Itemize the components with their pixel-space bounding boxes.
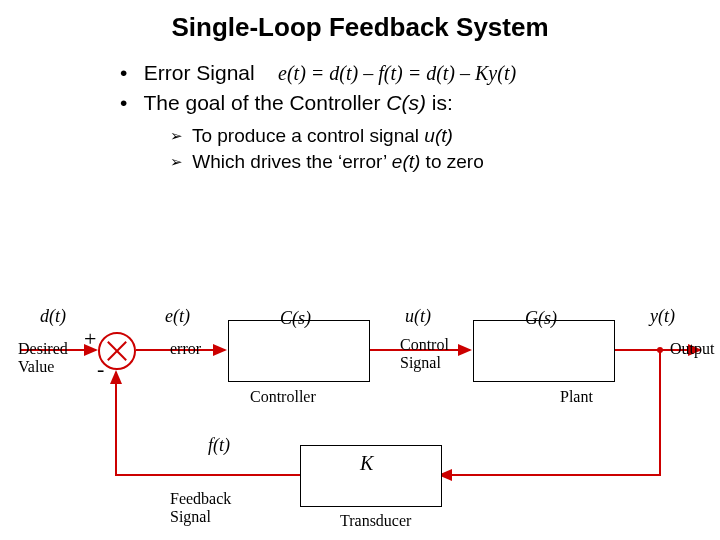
- bullet-list: • Error Signal e(t) = d(t) – f(t) = d(t)…: [120, 61, 720, 115]
- sub-bullet-2: ➢ Which drives the ‘error’ e(t) to zero: [170, 151, 720, 173]
- sub-bullet-list: ➢ To produce a control signal u(t) ➢ Whi…: [170, 125, 720, 173]
- bullet-2-prefix: The goal of the Controller: [143, 91, 386, 114]
- yt-symbol: y(t): [650, 306, 675, 327]
- sub-bullet-1: ➢ To produce a control signal u(t): [170, 125, 720, 147]
- minus-sign: -: [97, 356, 104, 382]
- output-label: Output: [670, 340, 714, 358]
- sub-2-text: Which drives the ‘error’: [192, 151, 392, 172]
- controller-block: [228, 320, 370, 382]
- page-title: Single-Loop Feedback System: [0, 0, 720, 43]
- ft-symbol: f(t): [208, 435, 230, 456]
- controller-symbol: C(s): [280, 308, 311, 329]
- sub-2-em: e(t): [392, 151, 421, 172]
- sub-2-suffix: to zero: [420, 151, 483, 172]
- sub-1-text: To produce a control signal: [192, 125, 424, 146]
- bullet-goal: • The goal of the Controller C(s) is:: [120, 91, 720, 115]
- transducer-label: Transducer: [340, 512, 411, 530]
- block-diagram: + - C(s) Controller G(s) Plant K Transdu…: [0, 280, 720, 540]
- error-equation: e(t) = d(t) – f(t) = d(t) – Ky(t): [278, 62, 516, 84]
- transducer-symbol: K: [360, 452, 373, 475]
- plus-sign: +: [84, 326, 96, 352]
- bullet-2-em: C(s): [386, 91, 426, 114]
- plant-symbol: G(s): [525, 308, 557, 329]
- chevron-icon: ➢: [170, 153, 183, 171]
- et-symbol: e(t): [165, 306, 190, 327]
- ut-symbol: u(t): [405, 306, 431, 327]
- dt-symbol: d(t): [40, 306, 66, 327]
- plant-label: Plant: [560, 388, 593, 406]
- bullet-error-signal: • Error Signal e(t) = d(t) – f(t) = d(t)…: [120, 61, 720, 85]
- bullet-1-text: Error Signal: [144, 61, 255, 84]
- desired-value-label: Desired Value: [18, 340, 68, 375]
- control-signal-label: Control Signal: [400, 336, 449, 371]
- chevron-icon: ➢: [170, 127, 183, 145]
- feedback-signal-label: Feedback Signal: [170, 490, 231, 525]
- controller-label: Controller: [250, 388, 316, 406]
- error-label: error: [170, 340, 201, 358]
- bullet-2-suffix: is:: [426, 91, 453, 114]
- sub-1-em: u(t): [424, 125, 453, 146]
- plant-block: [473, 320, 615, 382]
